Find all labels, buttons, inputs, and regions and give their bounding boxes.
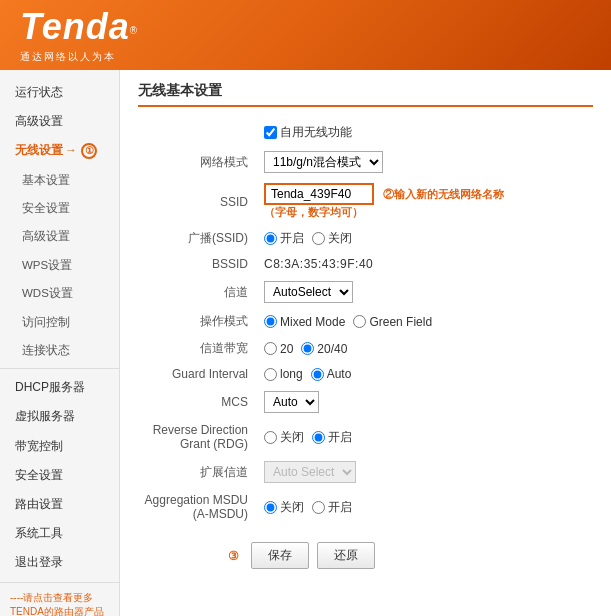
- op-mode-green-radio[interactable]: [353, 315, 366, 328]
- sidebar-item-advanced[interactable]: 高级设置: [0, 107, 119, 136]
- broadcast-label: 广播(SSID): [138, 225, 258, 252]
- mcs-value-cell: Auto 0123 4567: [258, 386, 593, 418]
- sidebar-item-route[interactable]: 路由设置: [0, 490, 119, 519]
- reset-button[interactable]: 还原: [317, 542, 375, 569]
- ext-channel-select[interactable]: Auto Select: [264, 461, 356, 483]
- broadcast-off-label[interactable]: 关闭: [312, 230, 352, 247]
- bandwidth-value-cell: 20 20/40: [258, 335, 593, 362]
- bandwidth-20-radio[interactable]: [264, 342, 277, 355]
- bandwidth-20-text: 20: [280, 342, 293, 356]
- sidebar-item-wireless[interactable]: 无线设置→①: [0, 136, 119, 165]
- sidebar-item-wireless-wps[interactable]: WPS设置: [0, 251, 119, 279]
- broadcast-on-label[interactable]: 开启: [264, 230, 304, 247]
- guard-value-cell: long Auto: [258, 362, 593, 386]
- mcs-select[interactable]: Auto 0123 4567: [264, 391, 319, 413]
- rdg-off-radio[interactable]: [264, 431, 277, 444]
- guard-label: Guard Interval: [138, 362, 258, 386]
- page-title: 无线基本设置: [138, 82, 593, 107]
- broadcast-on-text: 开启: [280, 230, 304, 247]
- op-mode-mixed-radio[interactable]: [264, 315, 277, 328]
- sidebar-item-security[interactable]: 安全设置: [0, 461, 119, 490]
- sidebar: 运行状态 高级设置 无线设置→① 基本设置 安全设置 高级设置 WPS设置 WD…: [0, 70, 120, 616]
- sidebar-divider-2: [0, 582, 119, 583]
- bandwidth-radio-group: 20 20/40: [264, 342, 587, 356]
- sidebar-item-wireless-conn[interactable]: 连接状态: [0, 336, 119, 364]
- amsdu-label-1: Aggregation MSDU: [145, 493, 248, 507]
- bssid-value-cell: C8:3A:35:43:9F:40: [258, 252, 593, 276]
- guard-row: Guard Interval long Auto: [138, 362, 593, 386]
- rdg-off-label[interactable]: 关闭: [264, 429, 304, 446]
- rdg-label: Reverse Direction Grant (RDG): [138, 418, 258, 456]
- amsdu-off-label[interactable]: 关闭: [264, 499, 304, 516]
- amsdu-value-cell: 关闭 开启: [258, 488, 593, 526]
- broadcast-off-radio[interactable]: [312, 232, 325, 245]
- guard-long-label[interactable]: long: [264, 367, 303, 381]
- guard-auto-label[interactable]: Auto: [311, 367, 352, 381]
- guard-long-radio[interactable]: [264, 368, 277, 381]
- channel-value-cell: AutoSelect 1234 5678 910111213: [258, 276, 593, 308]
- bandwidth-2040-label[interactable]: 20/40: [301, 342, 347, 356]
- sidebar-item-wireless-basic[interactable]: 基本设置: [0, 166, 119, 194]
- sidebar-note: ----请点击查看更多TENDA的路由器产品>>>: [0, 587, 119, 616]
- bandwidth-20-label[interactable]: 20: [264, 342, 293, 356]
- enable-wireless-label-cell: [138, 119, 258, 146]
- channel-row: 信道 AutoSelect 1234 5678 910111213: [138, 276, 593, 308]
- bandwidth-row: 信道带宽 20 20/40: [138, 335, 593, 362]
- sidebar-item-wireless-access[interactable]: 访问控制: [0, 308, 119, 336]
- save-button[interactable]: 保存: [251, 542, 309, 569]
- bandwidth-label: 信道带宽: [138, 335, 258, 362]
- sidebar-item-wireless-security[interactable]: 安全设置: [0, 194, 119, 222]
- amsdu-off-text: 关闭: [280, 499, 304, 516]
- broadcast-on-radio[interactable]: [264, 232, 277, 245]
- broadcast-row: 广播(SSID) 开启 关闭: [138, 225, 593, 252]
- rdg-on-label[interactable]: 开启: [312, 429, 352, 446]
- op-mode-label: 操作模式: [138, 308, 258, 335]
- network-mode-value-cell: 11b/g/n混合模式 11b模式 11g模式 11n模式: [258, 146, 593, 178]
- amsdu-on-label[interactable]: 开启: [312, 499, 352, 516]
- sidebar-item-status[interactable]: 运行状态: [0, 78, 119, 107]
- op-mode-row: 操作模式 Mixed Mode Green Field: [138, 308, 593, 335]
- op-mode-radio-group: Mixed Mode Green Field: [264, 315, 587, 329]
- sidebar-item-system[interactable]: 系统工具: [0, 519, 119, 548]
- network-mode-label: 网络模式: [138, 146, 258, 178]
- op-mode-mixed-text: Mixed Mode: [280, 315, 345, 329]
- header: Tenda® 通达网络以人为本: [0, 0, 611, 70]
- guard-auto-text: Auto: [327, 367, 352, 381]
- sidebar-item-logout[interactable]: 退出登录: [0, 548, 119, 577]
- enable-wireless-text: 自用无线功能: [280, 124, 352, 141]
- bssid-label: BSSID: [138, 252, 258, 276]
- wireless-arrow: →: [65, 143, 77, 157]
- enable-wireless-row: 自用无线功能: [138, 119, 593, 146]
- op-mode-green-label[interactable]: Green Field: [353, 315, 432, 329]
- rdg-label-2: Grant (RDG): [180, 437, 248, 451]
- ext-channel-value-cell: Auto Select: [258, 456, 593, 488]
- ext-channel-label: 扩展信道: [138, 456, 258, 488]
- network-mode-select[interactable]: 11b/g/n混合模式 11b模式 11g模式 11n模式: [264, 151, 383, 173]
- rdg-row: Reverse Direction Grant (RDG) 关闭 开启: [138, 418, 593, 456]
- enable-wireless-value-cell: 自用无线功能: [258, 119, 593, 146]
- sidebar-item-wireless-advanced[interactable]: 高级设置: [0, 222, 119, 250]
- guard-auto-radio[interactable]: [311, 368, 324, 381]
- sidebar-item-virtual[interactable]: 虚拟服务器: [0, 402, 119, 431]
- sidebar-item-dhcp[interactable]: DHCP服务器: [0, 373, 119, 402]
- ssid-input[interactable]: Tenda_439F40: [264, 183, 374, 205]
- channel-select[interactable]: AutoSelect 1234 5678 910111213: [264, 281, 353, 303]
- sidebar-item-wireless-wds[interactable]: WDS设置: [0, 279, 119, 307]
- enable-wireless-checkbox[interactable]: [264, 126, 277, 139]
- rdg-on-radio[interactable]: [312, 431, 325, 444]
- mcs-row: MCS Auto 0123 4567: [138, 386, 593, 418]
- amsdu-off-radio[interactable]: [264, 501, 277, 514]
- op-mode-mixed-label[interactable]: Mixed Mode: [264, 315, 345, 329]
- sidebar-divider-1: [0, 368, 119, 369]
- bandwidth-2040-radio[interactable]: [301, 342, 314, 355]
- content-area: 无线基本设置 自用无线功能 网络模式 11b/g/n混合模式 1: [120, 70, 611, 616]
- op-mode-value-cell: Mixed Mode Green Field: [258, 308, 593, 335]
- ssid-row: SSID Tenda_439F40 ②输入新的无线网络名称（字母，数字均可）: [138, 178, 593, 225]
- op-mode-green-text: Green Field: [369, 315, 432, 329]
- sidebar-item-bandwidth[interactable]: 带宽控制: [0, 432, 119, 461]
- ext-channel-row: 扩展信道 Auto Select: [138, 456, 593, 488]
- enable-wireless-label[interactable]: 自用无线功能: [264, 124, 587, 141]
- logo-reg: ®: [130, 25, 137, 36]
- rdg-label-1: Reverse Direction: [153, 423, 248, 437]
- amsdu-on-radio[interactable]: [312, 501, 325, 514]
